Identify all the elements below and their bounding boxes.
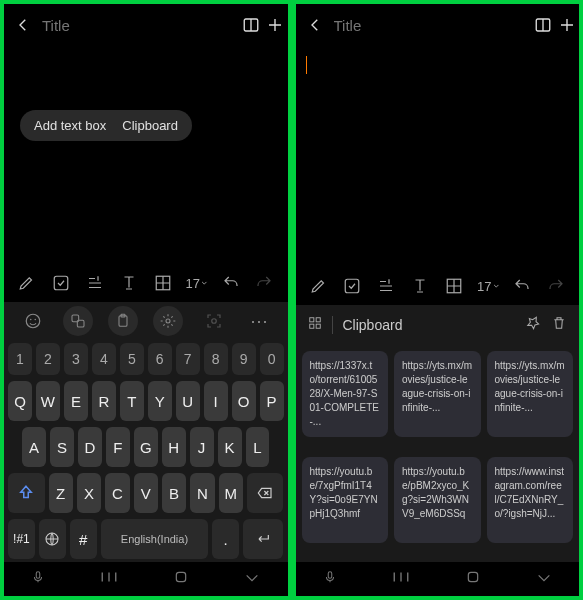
period-key[interactable]: . bbox=[212, 519, 239, 559]
back-icon[interactable] bbox=[14, 13, 32, 37]
key-o[interactable]: O bbox=[232, 381, 256, 421]
keyboard-hide-nav[interactable] bbox=[244, 570, 260, 588]
svg-rect-22 bbox=[346, 279, 360, 293]
key-5[interactable]: 5 bbox=[120, 343, 144, 375]
recents-nav[interactable] bbox=[392, 570, 410, 588]
key-p[interactable]: P bbox=[260, 381, 284, 421]
clipboard-panel-header: Clipboard bbox=[296, 305, 580, 345]
key-s[interactable]: S bbox=[50, 427, 74, 467]
symbols-key[interactable]: !#1 bbox=[8, 519, 35, 559]
clipboard-item[interactable]: https://yts.mx/movies/justice-league-cri… bbox=[394, 351, 481, 437]
key-7[interactable]: 7 bbox=[176, 343, 200, 375]
key-i[interactable]: I bbox=[204, 381, 228, 421]
mic-icon[interactable] bbox=[31, 568, 45, 590]
key-j[interactable]: J bbox=[190, 427, 214, 467]
hash-key[interactable]: # bbox=[70, 519, 97, 559]
title-input[interactable] bbox=[38, 13, 236, 38]
reader-icon[interactable] bbox=[242, 13, 260, 37]
key-m[interactable]: M bbox=[219, 473, 243, 513]
add-icon[interactable] bbox=[266, 13, 284, 37]
clipboard-item[interactable]: https://www.instagram.com/reel/C7EdXNnRY… bbox=[487, 457, 574, 543]
translate-icon[interactable] bbox=[63, 306, 93, 336]
shift-key[interactable] bbox=[8, 473, 45, 513]
key-6[interactable]: 6 bbox=[148, 343, 172, 375]
key-n[interactable]: N bbox=[190, 473, 214, 513]
key-b[interactable]: B bbox=[162, 473, 186, 513]
key-9[interactable]: 9 bbox=[232, 343, 256, 375]
delete-icon[interactable] bbox=[551, 315, 567, 335]
key-q[interactable]: Q bbox=[8, 381, 32, 421]
redo-icon[interactable] bbox=[253, 272, 275, 294]
clipboard-option[interactable]: Clipboard bbox=[122, 118, 178, 133]
table-icon[interactable] bbox=[443, 275, 465, 297]
reader-icon[interactable] bbox=[534, 13, 552, 37]
key-l[interactable]: L bbox=[246, 427, 270, 467]
backspace-key[interactable] bbox=[247, 473, 284, 513]
key-z[interactable]: Z bbox=[49, 473, 73, 513]
note-content[interactable] bbox=[296, 46, 580, 267]
key-1[interactable]: 1 bbox=[8, 343, 32, 375]
clipboard-item[interactable]: https://youtu.be/7xgPfmI1T4Y?si=0o9E7YNp… bbox=[302, 457, 389, 543]
text-format-icon[interactable] bbox=[84, 272, 106, 294]
key-t[interactable]: T bbox=[120, 381, 144, 421]
key-k[interactable]: K bbox=[218, 427, 242, 467]
title-input[interactable] bbox=[330, 13, 528, 38]
note-content[interactable]: Add text box Clipboard bbox=[4, 46, 288, 264]
emoji-icon[interactable] bbox=[18, 306, 48, 336]
redo-icon[interactable] bbox=[545, 275, 567, 297]
clipboard-item[interactable]: https://yts.mx/movies/justice-league-cri… bbox=[487, 351, 574, 437]
font-size-display[interactable]: 17 bbox=[477, 275, 499, 297]
undo-icon[interactable] bbox=[220, 272, 242, 294]
key-e[interactable]: E bbox=[64, 381, 88, 421]
mic-icon[interactable] bbox=[323, 568, 337, 590]
key-f[interactable]: F bbox=[106, 427, 130, 467]
key-r[interactable]: R bbox=[92, 381, 116, 421]
table-icon[interactable] bbox=[152, 272, 174, 294]
key-2[interactable]: 2 bbox=[36, 343, 60, 375]
home-nav[interactable] bbox=[465, 569, 481, 589]
key-x[interactable]: X bbox=[77, 473, 101, 513]
key-3[interactable]: 3 bbox=[64, 343, 88, 375]
key-4[interactable]: 4 bbox=[92, 343, 116, 375]
key-0[interactable]: 0 bbox=[260, 343, 284, 375]
key-v[interactable]: V bbox=[134, 473, 158, 513]
scan-icon[interactable] bbox=[199, 306, 229, 336]
home-nav[interactable] bbox=[173, 569, 189, 589]
key-w[interactable]: W bbox=[36, 381, 60, 421]
add-text-box-option[interactable]: Add text box bbox=[34, 118, 106, 133]
clipboard-item[interactable]: https://1337x.to/torrent/6100528/X-Men-9… bbox=[302, 351, 389, 437]
more-icon[interactable]: ⋯ bbox=[244, 306, 274, 336]
clipboard-icon[interactable] bbox=[108, 306, 138, 336]
enter-key[interactable] bbox=[243, 519, 283, 559]
pin-icon[interactable] bbox=[525, 315, 541, 335]
font-size-display[interactable]: 17 bbox=[186, 272, 208, 294]
recents-nav[interactable] bbox=[100, 570, 118, 588]
key-y[interactable]: Y bbox=[148, 381, 172, 421]
key-h[interactable]: H bbox=[162, 427, 186, 467]
format-toolbar: 17 bbox=[296, 267, 580, 305]
add-icon[interactable] bbox=[558, 13, 576, 37]
text-format-icon[interactable] bbox=[375, 275, 397, 297]
undo-icon[interactable] bbox=[511, 275, 533, 297]
key-g[interactable]: G bbox=[134, 427, 158, 467]
clipboard-item[interactable]: https://youtu.be/pBM2xyco_Kg?si=2Wh3WNV9… bbox=[394, 457, 481, 543]
pen-icon[interactable] bbox=[16, 272, 38, 294]
space-key[interactable]: English(India) bbox=[101, 519, 209, 559]
key-8[interactable]: 8 bbox=[204, 343, 228, 375]
grid-icon[interactable] bbox=[308, 316, 322, 334]
language-key[interactable] bbox=[39, 519, 66, 559]
pen-icon[interactable] bbox=[308, 275, 330, 297]
svg-rect-25 bbox=[316, 318, 320, 322]
text-style-icon[interactable] bbox=[118, 272, 140, 294]
nav-bar bbox=[296, 562, 580, 596]
checkbox-icon[interactable] bbox=[341, 275, 363, 297]
back-icon[interactable] bbox=[306, 13, 324, 37]
key-u[interactable]: U bbox=[176, 381, 200, 421]
key-a[interactable]: A bbox=[22, 427, 46, 467]
key-d[interactable]: D bbox=[78, 427, 102, 467]
settings-icon[interactable] bbox=[153, 306, 183, 336]
keyboard-hide-nav[interactable] bbox=[536, 570, 552, 588]
text-style-icon[interactable] bbox=[409, 275, 431, 297]
checkbox-icon[interactable] bbox=[50, 272, 72, 294]
key-c[interactable]: C bbox=[105, 473, 129, 513]
